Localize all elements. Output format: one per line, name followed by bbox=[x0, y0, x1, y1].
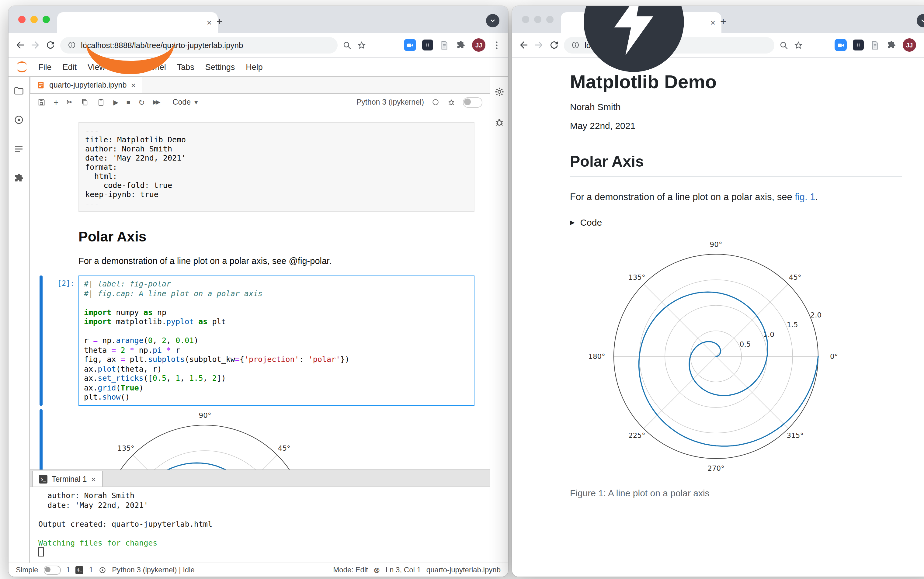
tab-search-button[interactable] bbox=[917, 14, 924, 27]
menu-settings[interactable]: Settings bbox=[200, 62, 240, 72]
back-icon[interactable] bbox=[15, 39, 26, 51]
window-controls bbox=[18, 16, 50, 23]
document-extension-icon[interactable] bbox=[439, 40, 450, 50]
dark-extension-icon[interactable] bbox=[853, 39, 864, 51]
run-cell-icon[interactable]: ▶ bbox=[113, 99, 119, 106]
code-fold-label: Code bbox=[580, 217, 602, 227]
zoom-window-button[interactable] bbox=[546, 16, 554, 23]
browser-tab-jupyterlab[interactable]: quarto-jupyterl - JupyterLab × bbox=[57, 12, 218, 33]
cell-type-value: Code bbox=[172, 98, 191, 106]
close-window-button[interactable] bbox=[18, 16, 26, 23]
document-extension-icon[interactable] bbox=[870, 40, 880, 50]
profile-avatar[interactable]: JJ bbox=[472, 38, 486, 52]
cursor-position[interactable]: Ln 3, Col 1 bbox=[386, 566, 421, 574]
notebook-file-icon bbox=[36, 81, 45, 89]
tab-close-icon[interactable]: × bbox=[710, 18, 715, 27]
forward-icon[interactable] bbox=[30, 39, 41, 51]
new-tab-button[interactable]: + bbox=[716, 15, 730, 29]
new-tab-button[interactable]: + bbox=[213, 15, 226, 29]
svg-text:2.0: 2.0 bbox=[811, 311, 822, 319]
jupyterlab-browser-window: quarto-jupyterl - JupyterLab × + localho… bbox=[8, 6, 508, 577]
video-camera-extension-icon[interactable] bbox=[834, 39, 847, 51]
close-window-button[interactable] bbox=[522, 16, 529, 23]
minimize-window-button[interactable] bbox=[30, 16, 38, 23]
kernels-icon[interactable] bbox=[98, 566, 106, 574]
search-icon[interactable] bbox=[778, 40, 789, 50]
preview-browser-window: Matplotlib Demo × + localhost:6916 bbox=[512, 6, 924, 577]
terminal-panel: $_ Terminal 1 × author: Norah Smith date… bbox=[30, 469, 490, 563]
svg-text:45°: 45° bbox=[789, 273, 801, 281]
extensions-puzzle-icon[interactable] bbox=[456, 40, 466, 50]
debugger-bug-icon[interactable] bbox=[447, 98, 456, 106]
kernel-status-icon[interactable] bbox=[431, 98, 440, 106]
back-icon[interactable] bbox=[518, 39, 529, 51]
notebook-content: ---title: Matplotlib Demoauthor: Norah S… bbox=[30, 111, 490, 469]
save-icon[interactable] bbox=[37, 98, 46, 106]
extension-manager-icon[interactable] bbox=[13, 173, 25, 184]
code-editor[interactable]: #| label: fig-polar#| fig.cap: A line pl… bbox=[78, 275, 474, 406]
figure: 0°45°90°135°180°225°270°315°0.51.01.52.0… bbox=[570, 235, 902, 498]
menu-help[interactable]: Help bbox=[240, 62, 268, 72]
forward-icon[interactable] bbox=[533, 39, 545, 51]
kernel-status-text[interactable]: Python 3 (ipykernel) | Idle bbox=[112, 566, 195, 574]
cell-collapser[interactable] bbox=[39, 275, 43, 406]
restart-run-all-icon[interactable]: ▶▶ bbox=[153, 99, 159, 105]
zoom-window-button[interactable] bbox=[43, 16, 50, 23]
raw-cell: ---title: Matplotlib Demoauthor: Norah S… bbox=[30, 122, 490, 212]
copy-cell-icon[interactable] bbox=[80, 98, 89, 106]
profile-avatar[interactable]: JJ bbox=[903, 38, 916, 52]
table-of-contents-icon[interactable] bbox=[13, 144, 25, 154]
status-filename: quarto-jupyterlab.ipynb bbox=[427, 566, 500, 574]
figure-link[interactable]: fig. 1 bbox=[795, 191, 815, 202]
running-kernels-icon[interactable] bbox=[13, 114, 25, 125]
reload-icon[interactable] bbox=[549, 39, 559, 51]
terminals-icon[interactable]: $_ bbox=[76, 566, 83, 574]
code-fold-summary[interactable]: ▶ Code bbox=[570, 217, 902, 227]
bookmark-star-icon[interactable] bbox=[793, 40, 803, 50]
paste-cell-icon[interactable] bbox=[97, 98, 106, 106]
search-icon[interactable] bbox=[342, 40, 352, 50]
extensions-puzzle-icon[interactable] bbox=[886, 40, 897, 50]
markdown-cell: Polar Axis For a demonstration of a line… bbox=[30, 224, 490, 266]
file-browser-icon[interactable] bbox=[13, 85, 25, 96]
output-cell: 0°45°90°135°180°225°270°315°0.51.01.52.0 bbox=[30, 409, 490, 469]
output-collapser[interactable] bbox=[39, 409, 43, 469]
svg-text:225°: 225° bbox=[628, 432, 645, 440]
mode-indicator[interactable]: Mode: Edit bbox=[333, 566, 368, 574]
rendered-document: Matplotlib Demo Norah Smith May 22nd, 20… bbox=[512, 58, 924, 577]
browser-menu-kebab-icon[interactable] bbox=[922, 40, 924, 50]
tab-search-button[interactable] bbox=[486, 14, 499, 27]
cut-cell-icon[interactable]: ✂ bbox=[66, 98, 72, 106]
browser-tab-preview[interactable]: Matplotlib Demo × bbox=[561, 12, 721, 33]
terminal-output[interactable]: author: Norah Smith date: 'May 22nd, 202… bbox=[30, 487, 490, 563]
menu-file[interactable]: File bbox=[33, 62, 57, 72]
kernel-name[interactable]: Python 3 (ipykernel) bbox=[357, 98, 424, 106]
document-author: Norah Smith bbox=[570, 101, 902, 112]
minimize-window-button[interactable] bbox=[534, 16, 541, 23]
stop-kernel-icon[interactable]: ■ bbox=[126, 99, 130, 106]
property-inspector-gear-icon[interactable] bbox=[494, 87, 505, 97]
cell-type-dropdown[interactable]: Code ▾ bbox=[172, 98, 198, 106]
toolbar-toggle[interactable] bbox=[463, 97, 482, 107]
dark-extension-icon[interactable] bbox=[422, 39, 433, 51]
reload-icon[interactable] bbox=[45, 39, 56, 51]
markdown-rendered[interactable]: Polar Axis For a demonstration of a line… bbox=[78, 224, 474, 266]
simple-mode-toggle[interactable] bbox=[44, 565, 61, 574]
bookmark-star-icon[interactable] bbox=[357, 40, 367, 50]
notebook-trust-icon[interactable]: ⊗ bbox=[373, 566, 380, 574]
video-camera-extension-icon[interactable] bbox=[404, 39, 416, 51]
terminal-tab-close-icon[interactable]: × bbox=[91, 475, 96, 483]
svg-text:180°: 180° bbox=[588, 352, 605, 360]
raw-cell-editor[interactable]: ---title: Matplotlib Demoauthor: Norah S… bbox=[78, 122, 474, 212]
terminals-count: 1 bbox=[66, 566, 70, 574]
browser-menu-kebab-icon[interactable] bbox=[492, 40, 502, 50]
restart-kernel-icon[interactable]: ↻ bbox=[138, 98, 145, 106]
insert-cell-icon[interactable]: + bbox=[54, 98, 59, 106]
code-fold: ▶ Code bbox=[570, 217, 902, 227]
tab-close-icon[interactable]: × bbox=[207, 18, 212, 27]
terminal-icon: $_ bbox=[39, 475, 47, 483]
document-date: May 22nd, 2021 bbox=[570, 120, 902, 131]
debugger-bug-icon[interactable] bbox=[494, 117, 505, 128]
markdown-paragraph: For a demonstration of a line plot on a … bbox=[78, 256, 474, 266]
terminal-tab[interactable]: $_ Terminal 1 × bbox=[32, 471, 103, 487]
